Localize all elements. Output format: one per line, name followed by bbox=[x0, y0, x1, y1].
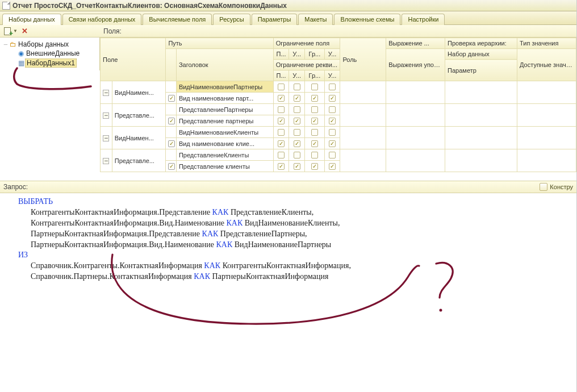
field-title[interactable]: Вид наименование парт... bbox=[176, 93, 273, 104]
expr-cell[interactable] bbox=[386, 149, 445, 172]
restrict-p[interactable] bbox=[273, 104, 289, 115]
col-hierarchy[interactable]: Проверка иерархии: bbox=[445, 38, 517, 49]
hier-cell[interactable] bbox=[445, 149, 517, 172]
field-path[interactable]: ВидНаименованиеПартнеры bbox=[176, 81, 273, 93]
col-u2[interactable]: У... bbox=[324, 49, 340, 60]
col-path[interactable]: Путь bbox=[166, 38, 273, 49]
valtype-cell[interactable] bbox=[517, 127, 576, 149]
col-field[interactable]: Поле bbox=[101, 38, 166, 81]
expand-toggle[interactable]: − bbox=[101, 149, 112, 172]
path-flag[interactable] bbox=[166, 149, 176, 161]
detail-gr[interactable] bbox=[305, 93, 325, 104]
expr-cell[interactable] bbox=[386, 81, 445, 104]
restrict-gr[interactable] bbox=[305, 149, 325, 161]
restrict-u2[interactable] bbox=[324, 81, 340, 93]
role-cell[interactable] bbox=[340, 81, 386, 104]
tree-item-dataset1[interactable]: ▦ НаборДанных1 bbox=[1, 58, 98, 68]
field-path[interactable]: ВидНаименованиеКлиенты bbox=[176, 127, 273, 138]
detail-u[interactable] bbox=[289, 161, 305, 172]
detail-u2[interactable] bbox=[324, 115, 340, 127]
query-constructor-button[interactable]: Констру bbox=[540, 183, 573, 191]
col-u[interactable]: У... bbox=[289, 49, 305, 60]
expr-cell[interactable] bbox=[386, 104, 445, 127]
tree-item-external[interactable]: ◉ ВнешниеДанные bbox=[1, 49, 98, 58]
hier-cell[interactable] bbox=[445, 127, 517, 149]
detail-p[interactable] bbox=[273, 115, 289, 127]
role-cell[interactable] bbox=[340, 127, 386, 149]
restrict-gr[interactable] bbox=[305, 127, 325, 138]
hier-cell[interactable] bbox=[445, 104, 517, 127]
col-restriction-detail[interactable]: Ограничение рекви... bbox=[273, 60, 340, 70]
col-u4[interactable]: У... bbox=[324, 70, 340, 81]
restrict-u2[interactable] bbox=[324, 104, 340, 115]
restrict-u2[interactable] bbox=[324, 149, 340, 161]
restrict-p[interactable] bbox=[273, 81, 289, 93]
tab-settings[interactable]: Настройки bbox=[402, 14, 445, 25]
restrict-u2[interactable] bbox=[324, 127, 340, 138]
restrict-p[interactable] bbox=[273, 127, 289, 138]
expand-toggle[interactable]: − bbox=[101, 127, 112, 149]
restrict-gr[interactable] bbox=[305, 104, 325, 115]
path-flag[interactable] bbox=[166, 81, 176, 93]
expand-toggle[interactable]: − bbox=[101, 104, 112, 127]
valtype-cell[interactable] bbox=[517, 104, 576, 127]
tab-resources[interactable]: Ресурсы bbox=[213, 14, 250, 25]
detail-p[interactable] bbox=[273, 161, 289, 172]
detail-u[interactable] bbox=[289, 138, 305, 149]
path-flag[interactable] bbox=[166, 104, 176, 115]
valtype-cell[interactable] bbox=[517, 149, 576, 172]
table-row[interactable]: −Представле...ПредставлениеКлиенты bbox=[101, 149, 576, 161]
col-expression[interactable]: Выражение ... bbox=[386, 38, 445, 49]
col-hier-dataset[interactable]: Набор данных bbox=[445, 49, 517, 60]
restrict-gr[interactable] bbox=[305, 81, 325, 93]
title-flag[interactable] bbox=[166, 161, 176, 172]
expr-cell[interactable] bbox=[386, 127, 445, 149]
col-p[interactable]: П... bbox=[273, 49, 289, 60]
detail-u2[interactable] bbox=[324, 93, 340, 104]
detail-u2[interactable] bbox=[324, 161, 340, 172]
col-hier-param[interactable]: Параметр bbox=[445, 60, 517, 81]
field-path[interactable]: ПредставлениеКлиенты bbox=[176, 149, 273, 161]
col-u3[interactable]: У... bbox=[289, 70, 305, 81]
restrict-u[interactable] bbox=[289, 104, 305, 115]
col-gr[interactable]: Гр... bbox=[305, 49, 325, 60]
fields-table[interactable]: Поле Путь Ограничение поля Роль Выражени… bbox=[100, 37, 576, 181]
path-flag[interactable] bbox=[166, 127, 176, 138]
collapse-icon[interactable]: ─ bbox=[2, 41, 9, 47]
col-title[interactable]: Заголовок bbox=[176, 49, 273, 81]
col-valtype[interactable]: Тип значения bbox=[517, 38, 576, 49]
tab-dataset-links[interactable]: Связи наборов данных bbox=[62, 14, 142, 25]
col-p2[interactable]: П... bbox=[273, 70, 289, 81]
title-flag[interactable] bbox=[166, 138, 176, 149]
role-cell[interactable] bbox=[340, 149, 386, 172]
restrict-u[interactable] bbox=[289, 127, 305, 138]
detail-p[interactable] bbox=[273, 138, 289, 149]
col-avail[interactable]: Доступные значения bbox=[517, 49, 576, 81]
tab-datasets[interactable]: Наборы данных bbox=[2, 14, 61, 25]
tab-templates[interactable]: Макеты bbox=[298, 14, 333, 25]
field-title[interactable]: Представление партнеры bbox=[176, 115, 273, 127]
detail-u[interactable] bbox=[289, 93, 305, 104]
field-path[interactable]: ПредставлениеПартнеры bbox=[176, 104, 273, 115]
title-flag[interactable] bbox=[166, 115, 176, 127]
tree-root[interactable]: ─ 🗀 Наборы данных bbox=[1, 40, 98, 49]
field-title[interactable]: Вид наименование клие... bbox=[176, 138, 273, 149]
col-gr2[interactable]: Гр... bbox=[305, 70, 325, 81]
expand-toggle[interactable]: − bbox=[101, 81, 112, 104]
detail-u2[interactable] bbox=[324, 138, 340, 149]
detail-gr[interactable] bbox=[305, 115, 325, 127]
col-expr-order[interactable]: Выражения упорядочива... bbox=[386, 49, 445, 81]
hier-cell[interactable] bbox=[445, 81, 517, 104]
delete-dataset-icon[interactable]: ✕ bbox=[21, 27, 29, 35]
role-cell[interactable] bbox=[340, 104, 386, 127]
restrict-u[interactable] bbox=[289, 149, 305, 161]
tab-calc-fields[interactable]: Вычисляемые поля bbox=[143, 14, 212, 25]
table-row[interactable]: −ВидНаимен...ВидНаименованиеПартнеры bbox=[101, 81, 576, 93]
restrict-u[interactable] bbox=[289, 81, 305, 93]
detail-gr[interactable] bbox=[305, 138, 325, 149]
detail-u[interactable] bbox=[289, 115, 305, 127]
detail-p[interactable] bbox=[273, 93, 289, 104]
col-role[interactable]: Роль bbox=[340, 38, 386, 81]
tab-parameters[interactable]: Параметры bbox=[252, 14, 298, 25]
detail-gr[interactable] bbox=[305, 161, 325, 172]
